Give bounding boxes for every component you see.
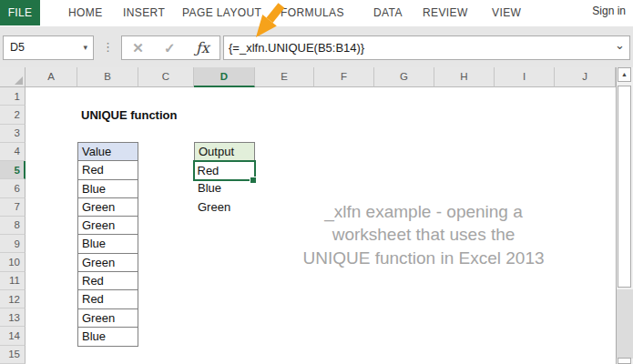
enter-icon[interactable]: ✓: [164, 40, 176, 56]
ribbon-tab-strip: FILE HOME INSERT PAGE LAYOUT FORMULAS DA…: [0, 0, 633, 26]
vertical-scrollbar: ▲: [617, 67, 633, 364]
formula-bar-buttons: ✕ ✓ ƒx: [121, 35, 220, 60]
expand-formula-bar-icon[interactable]: ⌄: [615, 34, 625, 56]
row-header-6[interactable]: 6: [0, 179, 26, 197]
value-table: Value Red Blue Green Green Blue Green Re…: [77, 142, 138, 347]
row-header-12[interactable]: 12: [0, 290, 26, 308]
tab-file[interactable]: FILE: [0, 0, 40, 25]
cell-b6[interactable]: Blue: [78, 180, 138, 198]
tab-insert[interactable]: INSERT: [123, 0, 165, 25]
column-header-a[interactable]: A: [26, 67, 77, 87]
tab-review[interactable]: REVIEW: [423, 0, 468, 25]
watermark-line-2: worksheet that uses the: [260, 223, 587, 246]
tab-page-layout[interactable]: PAGE LAYOUT: [182, 0, 261, 25]
row-header-2[interactable]: 2: [0, 106, 26, 124]
column-header-b[interactable]: B: [77, 67, 138, 87]
cell-d6[interactable]: Blue: [194, 179, 255, 197]
cell-b5[interactable]: Red: [78, 161, 138, 179]
formula-text: {=_xlfn.UNIQUE(B5:B14)}: [229, 41, 364, 55]
watermark-line-3: UNIQUE function in Excel 2013: [260, 247, 587, 269]
formula-bar-separator-icon: ⋮: [102, 35, 111, 60]
cell-b13[interactable]: Green: [78, 309, 138, 328]
column-header-d[interactable]: D: [194, 67, 255, 87]
tab-data[interactable]: DATA: [373, 0, 403, 25]
cancel-icon[interactable]: ✕: [132, 40, 144, 56]
cell-d4-output-header[interactable]: Output: [194, 142, 255, 161]
scroll-down-button[interactable]: [618, 358, 631, 364]
column-header-g[interactable]: G: [374, 67, 434, 87]
watermark-text: _xlfn example - opening a worksheet that…: [260, 200, 587, 269]
column-header-c[interactable]: C: [138, 67, 194, 87]
row-header-15[interactable]: 15: [0, 346, 26, 364]
watermark-line-1: _xlfn example - opening a: [260, 200, 587, 223]
name-box-dropdown-icon[interactable]: ▾: [83, 36, 87, 59]
name-box-value: D5: [10, 41, 25, 54]
row-header-10[interactable]: 10: [0, 253, 26, 271]
tab-formulas[interactable]: FORMULAS: [281, 0, 344, 25]
column-header-h[interactable]: H: [434, 67, 495, 87]
column-header-f[interactable]: F: [314, 67, 374, 87]
row-header-5[interactable]: 5: [0, 161, 26, 179]
row-header-8[interactable]: 8: [0, 217, 26, 235]
formula-bar-strip: D5 ▾ ⋮ ✕ ✓ ƒx {=_xlfn.UNIQUE(B5:B14)} ⌄: [0, 26, 633, 67]
cell-b9[interactable]: Blue: [78, 235, 138, 253]
name-box[interactable]: D5 ▾: [3, 35, 94, 60]
row-header-3[interactable]: 3: [0, 125, 26, 143]
row-header-11[interactable]: 11: [0, 272, 26, 290]
cell-b14[interactable]: Blue: [78, 328, 138, 346]
select-all-corner[interactable]: [0, 67, 26, 87]
tab-home[interactable]: HOME: [68, 0, 103, 25]
column-header-e[interactable]: E: [255, 67, 314, 87]
row-header-4[interactable]: 4: [0, 143, 26, 161]
sign-in-button[interactable]: Sign in: [592, 0, 626, 24]
row-header-14[interactable]: 14: [0, 327, 26, 345]
cell-b10[interactable]: Green: [78, 254, 138, 272]
column-header-j[interactable]: J: [555, 67, 616, 87]
row-header-1[interactable]: 1: [0, 87, 26, 106]
excel-window: FILE HOME INSERT PAGE LAYOUT FORMULAS DA…: [0, 0, 633, 364]
fill-handle[interactable]: [250, 177, 256, 183]
formula-input[interactable]: {=_xlfn.UNIQUE(B5:B14)} ⌄: [223, 35, 630, 60]
scroll-up-button[interactable]: ▲: [618, 67, 631, 82]
scrollbar-track[interactable]: [617, 289, 633, 359]
row-header-9[interactable]: 9: [0, 235, 26, 253]
cell-b8[interactable]: Green: [78, 217, 138, 235]
tab-view[interactable]: VIEW: [492, 0, 521, 25]
select-all-triangle-icon: [15, 76, 23, 85]
cell-d5-selected[interactable]: Red: [193, 160, 256, 181]
insert-function-icon[interactable]: ƒx: [196, 39, 209, 56]
cell-b7[interactable]: Green: [78, 198, 138, 217]
scrollbar-thumb[interactable]: [618, 86, 631, 288]
row-header-7[interactable]: 7: [0, 198, 26, 217]
cell-b11[interactable]: Red: [78, 272, 138, 290]
cell-b4-value-header[interactable]: Value: [78, 143, 138, 161]
column-header-i[interactable]: I: [495, 67, 555, 87]
cell-d7[interactable]: Green: [194, 198, 255, 217]
cell-b12[interactable]: Red: [78, 290, 138, 308]
cell-b2-title[interactable]: UNIQUE function: [81, 106, 177, 125]
row-header-13[interactable]: 13: [0, 308, 26, 327]
row-header-column: 1 2 3 4 5 6 7 8 9 10 11 12 13 14 15: [0, 87, 26, 364]
